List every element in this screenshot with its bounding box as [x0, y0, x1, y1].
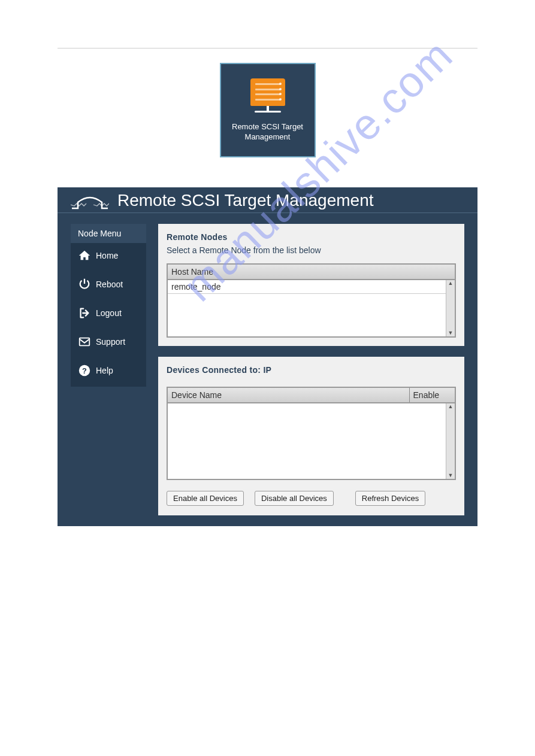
sidebar-item-help[interactable]: ? Help	[71, 358, 146, 387]
envelope-icon	[78, 335, 91, 348]
sidebar-item-label: Help	[96, 366, 113, 375]
devices-list: ▲ ▼	[167, 403, 456, 480]
app-header: Remote SCSI Target Management	[58, 187, 477, 213]
home-icon	[78, 249, 91, 262]
remote-nodes-title: Remote Nodes	[167, 232, 456, 242]
app-window: Remote SCSI Target Management Node Menu …	[58, 187, 477, 526]
power-icon	[78, 278, 91, 291]
tile-container: Remote SCSI Target Management	[0, 63, 535, 157]
scrollbar[interactable]: ▲ ▼	[446, 280, 455, 336]
column-enable: Enable	[409, 387, 455, 403]
devices-header-table: Device Name Enable	[167, 387, 456, 403]
scroll-down-icon[interactable]: ▼	[448, 330, 454, 336]
sidebar-title: Node Menu	[71, 224, 146, 243]
column-host-name: Host Name	[167, 264, 455, 280]
scroll-down-icon[interactable]: ▼	[448, 472, 454, 479]
help-icon: ?	[78, 364, 91, 377]
scroll-up-icon[interactable]: ▲	[448, 403, 454, 410]
sidebar-item-home[interactable]: Home	[71, 243, 146, 272]
scrollbar[interactable]: ▲ ▼	[446, 403, 455, 479]
disable-all-button[interactable]: Disable all Devices	[255, 491, 334, 506]
bridge-logo-icon	[71, 192, 109, 210]
page-title: Remote SCSI Target Management	[117, 191, 373, 210]
sidebar-item-reboot[interactable]: Reboot	[71, 272, 146, 300]
sidebar: Node Menu Home Reboot Logout	[71, 224, 146, 387]
enable-all-button[interactable]: Enable all Devices	[167, 491, 244, 506]
server-icon	[250, 78, 286, 113]
remote-nodes-subtitle: Select a Remote Node from the list below	[167, 245, 456, 255]
sidebar-item-label: Home	[96, 251, 118, 260]
page-divider	[58, 48, 477, 48]
svg-text:?: ?	[82, 366, 87, 375]
scroll-up-icon[interactable]: ▲	[448, 280, 454, 287]
remote-node-row[interactable]: remote_node	[168, 280, 446, 294]
refresh-devices-button[interactable]: Refresh Devices	[355, 491, 425, 506]
column-device-name: Device Name	[167, 387, 409, 403]
sidebar-item-label: Support	[96, 337, 125, 347]
main-panel: Remote Nodes Select a Remote Node from t…	[158, 224, 464, 515]
remote-nodes-header-table: Host Name	[167, 263, 456, 280]
svg-rect-0	[80, 338, 90, 346]
logout-icon	[78, 306, 91, 320]
sidebar-item-support[interactable]: Support	[71, 329, 146, 358]
remote-scsi-tile[interactable]: Remote SCSI Target Management	[220, 63, 316, 157]
sidebar-item-label: Reboot	[96, 280, 123, 289]
sidebar-item-label: Logout	[96, 308, 122, 318]
sidebar-item-logout[interactable]: Logout	[71, 300, 146, 329]
tile-label: Remote SCSI Target Management	[226, 122, 310, 142]
devices-title: Devices Connected to: IP	[167, 365, 456, 375]
remote-nodes-list: remote_node ▲ ▼	[167, 280, 456, 338]
